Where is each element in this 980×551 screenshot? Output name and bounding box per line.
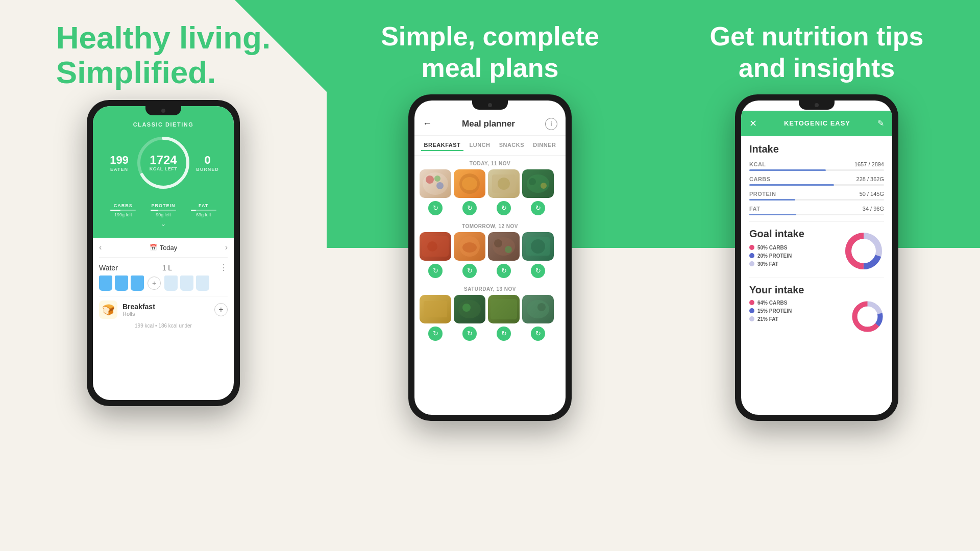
svg-rect-25: [491, 299, 517, 319]
date-nav[interactable]: ‹ 📅 Today ›: [99, 238, 228, 258]
refresh-btn-9[interactable]: ↻: [420, 327, 451, 341]
svg-point-26: [527, 300, 549, 318]
screen1-bottom: ‹ 📅 Today › Water 1 L ⋮: [93, 238, 234, 332]
refresh-btn-3[interactable]: ↻: [488, 201, 520, 215]
meal-thumb-12: [522, 295, 554, 323]
goal-carbs-legend: 50% CARBS: [749, 245, 843, 251]
your-intake-title: Your intake: [749, 284, 884, 296]
tab-breakfast[interactable]: BREAKFAST: [421, 140, 464, 151]
protein-values: 50 / 145G: [860, 191, 884, 197]
tab-dinner[interactable]: DINNER: [530, 140, 559, 151]
phone-notch-3: [799, 101, 835, 110]
meal-thumb-8: [522, 232, 554, 261]
day2-refresh: ↻ ↻ ↻ ↻: [420, 264, 560, 278]
svg-point-11: [529, 178, 536, 185]
kcal-circle: 1724 KCAL LEFT: [135, 135, 191, 191]
your-protein-dot: [749, 308, 754, 313]
intake-title: Intake: [749, 143, 884, 155]
refresh-btn-5[interactable]: ↻: [420, 264, 451, 278]
breakfast-add-button[interactable]: +: [214, 303, 228, 316]
day1-meals: [420, 169, 560, 198]
refresh-btn-7[interactable]: ↻: [488, 264, 520, 278]
kcal-values: 1657 / 2894: [854, 161, 884, 167]
svg-point-27: [537, 303, 546, 311]
phone-1: CLASSIC DIETING 199 EATEN: [87, 100, 240, 406]
refresh-icon-4: ↻: [531, 201, 545, 215]
heading-line2: Simplified.: [56, 55, 216, 90]
notch-dot-1: [161, 109, 165, 113]
refresh-btn-11[interactable]: ↻: [488, 327, 520, 341]
close-icon[interactable]: ✕: [749, 118, 757, 129]
meal-thumb-1: [420, 169, 451, 198]
heading-line1: Healthy living.: [56, 20, 271, 55]
divider-1: [749, 221, 884, 222]
circle-text: 1724 KCAL LEFT: [150, 154, 177, 171]
macro-fat-val: 63g left: [191, 212, 216, 217]
protein-label: PROTEIN: [749, 191, 776, 197]
screen1-top: CLASSIC DIETING 199 EATEN: [93, 106, 234, 238]
info-icon[interactable]: i: [545, 118, 557, 130]
water-add-button[interactable]: +: [148, 277, 161, 290]
refresh-btn-6[interactable]: ↻: [454, 264, 485, 278]
plan-label: CLASSIC DIETING: [103, 121, 224, 128]
refresh-btn-12[interactable]: ↻: [522, 327, 554, 341]
macro-fat: FAT 63g left: [191, 203, 216, 217]
svg-point-18: [494, 239, 502, 247]
refresh-btn-2[interactable]: ↻: [454, 201, 485, 215]
panel-1-heading: Healthy living. Simplified.: [26, 20, 301, 90]
panel-3: Get nutrition tips and insights ✕ KETOGE…: [653, 0, 980, 551]
macros-row: CARBS 199g left PROTEIN 90g left FAT: [103, 199, 224, 217]
goal-carbs-dot: [749, 245, 754, 250]
notch-dot-2: [488, 103, 492, 107]
water-cup-6[interactable]: [196, 276, 209, 291]
circle-area: 199 EATEN 1724 KCAL LEFT: [103, 135, 224, 191]
refresh-btn-1[interactable]: ↻: [420, 201, 451, 215]
goal-donut-chart: [843, 231, 884, 271]
macro-carbs-name: CARBS: [110, 203, 136, 208]
phone-screen-1: CLASSIC DIETING 199 EATEN: [93, 106, 234, 400]
your-carbs-dot: [749, 300, 754, 305]
meal-thumb-10: [454, 295, 485, 323]
notch-dot-3: [815, 103, 819, 107]
panel-1: Healthy living. Simplified. CLASSIC DIET…: [0, 0, 327, 551]
day3-refresh: ↻ ↻ ↻ ↻: [420, 327, 560, 341]
protein-bar-row: PROTEIN 50 / 145G: [749, 191, 884, 201]
calendar-icon: 📅: [150, 244, 157, 251]
phone-2: ← Meal planner i BREAKFAST LUNCH SNACKS …: [408, 94, 572, 421]
refresh-icon-3: ↻: [497, 201, 511, 215]
fat-bar-row: FAT 34 / 96G: [749, 206, 884, 215]
refresh-btn-10[interactable]: ↻: [454, 327, 485, 341]
water-cup-1[interactable]: [99, 276, 112, 291]
svg-point-21: [531, 239, 545, 254]
tab-snacks[interactable]: SNACKS: [496, 140, 527, 151]
goal-fat-legend: 30% FAT: [749, 261, 843, 267]
carbs-bar-row: CARBS 228 / 362G: [749, 176, 884, 186]
meal-thumb-4: [522, 169, 554, 198]
water-menu-icon[interactable]: ⋮: [219, 263, 228, 272]
water-label: Water: [99, 264, 118, 272]
macro-carbs: CARBS 199g left: [110, 203, 136, 217]
refresh-btn-4[interactable]: ↻: [522, 201, 554, 215]
water-cup-3[interactable]: [131, 276, 144, 291]
back-arrow-icon[interactable]: ←: [423, 118, 432, 129]
refresh-btn-8[interactable]: ↻: [522, 264, 554, 278]
panel-2: Simple, complete meal plans ← Meal plann…: [327, 0, 653, 551]
breakfast-row: 🍞 Breakfast Rolls +: [99, 296, 228, 323]
breakfast-text: Breakfast Rolls: [122, 303, 155, 317]
tab-lunch[interactable]: LUNCH: [466, 140, 493, 151]
edit-icon[interactable]: ✎: [877, 118, 884, 128]
next-day-arrow[interactable]: ›: [225, 243, 228, 252]
screen2: ← Meal planner i BREAKFAST LUNCH SNACKS …: [414, 101, 566, 344]
water-cup-2[interactable]: [115, 276, 128, 291]
screen3-body: Intake KCAL 1657 / 2894: [741, 136, 892, 340]
water-cup-4[interactable]: [164, 276, 178, 291]
goal-protein-dot: [749, 253, 754, 258]
meal-thumb-6: [454, 232, 485, 261]
screen1: CLASSIC DIETING 199 EATEN: [93, 106, 234, 332]
screen3: ✕ KETOGENIC EASY ✎ Intake KCAL 1657 / 28…: [741, 101, 892, 340]
burned-stat: 0 BURNED: [191, 154, 224, 172]
prev-day-arrow[interactable]: ‹: [99, 243, 102, 252]
carbs-bar-fill: [749, 184, 834, 186]
carbs-values: 228 / 362G: [856, 176, 884, 182]
water-cup-5[interactable]: [180, 276, 193, 291]
